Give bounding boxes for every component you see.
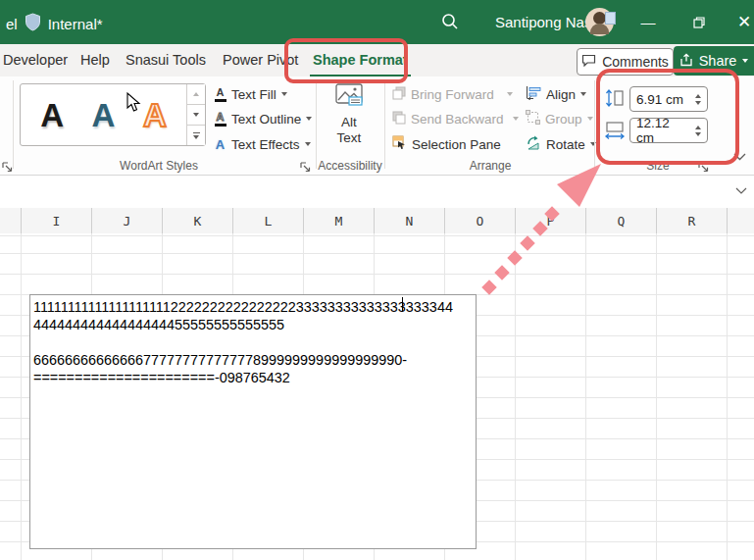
selection-pane-label: Selection Pane <box>412 137 501 152</box>
shape-width-field[interactable]: 12.12 cm <box>629 118 708 143</box>
share-label: Share <box>699 53 737 69</box>
height-spin-down-icon[interactable] <box>695 101 701 105</box>
sensitivity-label[interactable]: Internal* <box>48 16 103 32</box>
group-button[interactable]: Group <box>526 110 593 127</box>
wordart-style-orange[interactable]: A <box>143 99 167 131</box>
column-header-R[interactable]: R <box>657 208 728 233</box>
shape-width-icon <box>604 120 626 141</box>
group-icon <box>526 110 540 127</box>
size-dialog-launcher-icon[interactable] <box>698 159 709 170</box>
align-button[interactable]: Align <box>526 85 586 103</box>
tab-developer[interactable]: Developer <box>0 44 71 75</box>
textbox-line-3: 6666666666666677777777777777899999999999… <box>33 351 473 369</box>
avatar-badge-icon <box>605 12 616 25</box>
text-effects-icon: A <box>214 138 226 151</box>
column-header-Q[interactable]: Q <box>586 208 657 233</box>
textbox-line-1: 1111111111111111111122222222222222223333… <box>33 298 473 316</box>
column-header-partial-left[interactable] <box>0 208 22 233</box>
title-bar: el Internal* Santipong Nasui — ✕ <box>0 0 754 44</box>
height-spin-up-icon[interactable] <box>695 94 701 98</box>
ribbon-tab-bar: Developer Help Snasui Tools Power Pivot … <box>0 44 754 76</box>
shape-width-value[interactable]: 12.12 cm <box>630 116 690 145</box>
send-backward-label: Send Backward <box>411 112 504 127</box>
comments-button[interactable]: Comments <box>577 48 674 76</box>
column-header-N[interactable]: N <box>375 208 445 233</box>
text-outline-label: Text Outline <box>231 112 301 127</box>
column-header-M[interactable]: M <box>304 208 375 233</box>
send-backward-dropdown-icon <box>513 117 519 121</box>
mouse-cursor-icon <box>126 92 141 117</box>
text-effects-dropdown-icon <box>305 142 311 146</box>
shape-text-box[interactable]: 1111111111111111111122222222222222223333… <box>29 294 477 549</box>
tab-snasui-tools[interactable]: Snasui Tools <box>123 44 209 75</box>
gallery-scroll-up-button[interactable] <box>187 84 205 105</box>
text-effects-button[interactable]: A Text Effects <box>214 135 311 153</box>
column-header-L[interactable]: L <box>233 208 304 233</box>
shape-styles-dialog-launcher-icon[interactable] <box>2 159 13 170</box>
text-fill-icon: A <box>214 87 226 102</box>
bring-forward-button[interactable]: Bring Forward <box>392 85 513 103</box>
sensitivity-shield-icon <box>25 13 41 34</box>
text-fill-label: Text Fill <box>231 87 276 102</box>
text-outline-button[interactable]: A Text Outline <box>214 110 312 127</box>
bring-forward-icon <box>392 86 406 103</box>
selection-pane-button[interactable]: Selection Pane <box>392 135 501 153</box>
collapse-ribbon-icon[interactable] <box>733 149 746 164</box>
share-button[interactable]: Share <box>674 46 754 76</box>
width-spin-up-icon[interactable] <box>695 126 701 129</box>
arrange-group-label: Arrange <box>388 159 592 173</box>
rotate-label: Rotate <box>546 137 585 152</box>
shape-height-field[interactable]: 6.91 cm <box>629 86 708 112</box>
bring-forward-dropdown-icon <box>507 92 513 96</box>
textbox-line-blank <box>33 333 473 351</box>
alt-text-label-line2: Text <box>337 130 362 146</box>
rotate-button[interactable]: Rotate <box>526 135 596 153</box>
shape-height-icon <box>604 87 626 109</box>
comments-label: Comments <box>602 54 669 70</box>
gallery-more-button[interactable] <box>187 126 205 145</box>
tab-help[interactable]: Help <box>77 44 113 75</box>
align-label: Align <box>546 87 576 102</box>
text-outline-dropdown-icon <box>306 117 312 121</box>
send-backward-button[interactable]: Send Backward <box>392 110 519 127</box>
text-fill-button[interactable]: A Text Fill <box>214 85 287 103</box>
excel-window: el Internal* Santipong Nasui — ✕ Develop… <box>0 0 754 560</box>
textbox-line-2: 44444444444444444455555555555555 <box>33 316 473 333</box>
column-headers: I J K L M N O P Q R <box>0 208 754 234</box>
shape-height-value[interactable]: 6.91 cm <box>630 92 690 107</box>
column-header-I[interactable]: I <box>22 208 92 233</box>
align-dropdown-icon <box>580 92 586 96</box>
gallery-scroll-down-button[interactable] <box>187 105 205 126</box>
formula-bar-area <box>0 175 754 210</box>
tab-shape-format[interactable]: Shape Format <box>310 44 411 76</box>
column-header-P[interactable]: P <box>516 208 586 233</box>
wordart-gallery[interactable]: A A A <box>20 83 206 146</box>
alt-text-button[interactable]: Alt Text <box>324 82 375 155</box>
text-fill-dropdown-icon <box>281 92 287 96</box>
wordart-style-black[interactable]: A <box>40 99 64 131</box>
text-outline-icon: A <box>214 112 226 127</box>
search-icon[interactable] <box>441 13 459 34</box>
align-icon <box>526 86 541 103</box>
wordart-style-blue[interactable]: A <box>92 99 116 131</box>
tab-power-pivot[interactable]: Power Pivot <box>220 44 301 75</box>
column-header-K[interactable]: K <box>163 208 233 233</box>
minimize-button[interactable]: — <box>628 0 669 44</box>
ribbon: A A A A Text Fill A Text Outline <box>0 76 754 176</box>
column-header-partial-right[interactable] <box>728 208 754 233</box>
send-backward-icon <box>392 111 406 127</box>
expand-formula-bar-icon[interactable] <box>735 184 747 198</box>
comments-icon <box>581 54 596 70</box>
group-label: Group <box>545 112 582 127</box>
accessibility-group-label: Accessibility <box>316 159 384 173</box>
text-cursor <box>402 297 403 312</box>
wordart-dialog-launcher-icon[interactable] <box>300 159 311 170</box>
close-button[interactable]: ✕ <box>724 0 754 44</box>
column-header-J[interactable]: J <box>92 208 163 233</box>
restore-button[interactable] <box>679 0 720 44</box>
width-spin-down-icon[interactable] <box>695 132 701 136</box>
textbox-line-4: ======================-098765432 <box>33 369 473 386</box>
window-title-partial: el <box>6 16 18 32</box>
column-header-O[interactable]: O <box>445 208 516 233</box>
text-effects-label: Text Effects <box>231 137 300 152</box>
